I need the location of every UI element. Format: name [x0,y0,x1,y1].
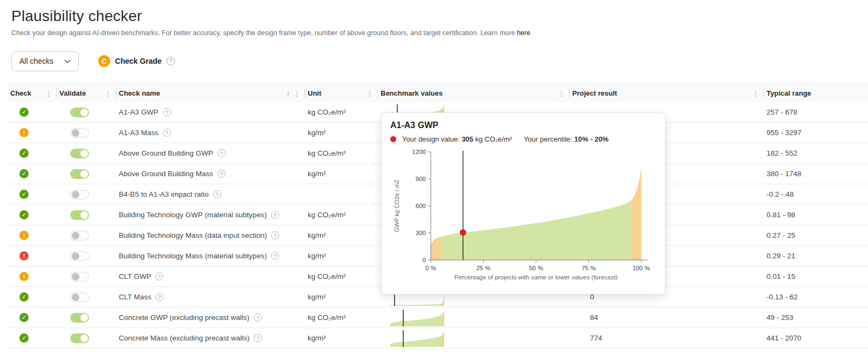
check-help-icon[interactable]: ? [254,334,262,342]
kebab-icon[interactable]: ⋮ [558,89,565,98]
status-warn-icon: ! [19,231,29,240]
unit-cell [305,184,378,204]
svg-text:300: 300 [416,230,426,236]
validate-toggle[interactable] [70,292,89,302]
column-header-check[interactable]: Check ⋮ [8,84,57,102]
unit-label: kg/m² [308,334,326,342]
unit-label: kg CO₂e/m² [308,313,346,322]
column-header-validate[interactable]: Validate ⋮ [57,84,116,102]
percentile-area-chart: 030060090012000 %25 %50 %75 %100 %Percen… [390,145,660,282]
unit-cell: kg/m² [305,287,378,307]
check-help-icon[interactable]: ? [271,231,279,239]
validate-cell [57,328,116,348]
typical-range-cell: -0.2 - 48 [764,184,868,204]
check-help-icon[interactable]: ? [271,252,279,260]
typical-range-value: 0.81 - 98 [767,211,795,219]
typical-range-value: 380 - 1748 [767,170,802,178]
check-help-icon[interactable]: ? [163,129,171,137]
validate-toggle[interactable] [70,108,89,117]
check-status-cell: ✓ [8,328,57,348]
benchmark-cell [378,307,569,327]
status-ok-icon: ✓ [19,313,29,322]
svg-text:25 %: 25 % [476,265,490,271]
unit-label: kg/m² [308,231,326,239]
validate-toggle[interactable] [70,251,89,261]
column-header-unit[interactable]: Unit ⋮ [305,84,378,102]
status-ok-icon: ✓ [19,292,29,302]
validate-toggle[interactable] [70,333,89,343]
check-help-icon[interactable]: ? [163,108,171,116]
validate-toggle[interactable] [70,313,89,323]
design-value: 305 [462,135,473,143]
check-name-label: Building Technology Mass (material subty… [119,252,267,260]
validate-toggle[interactable] [70,231,89,240]
check-help-icon[interactable]: ? [155,272,164,280]
table-row: ✓ Concrete Mass (excluding precast walls… [8,328,868,349]
checks-filter-dropdown[interactable]: All checks [11,51,79,71]
check-help-icon[interactable]: ? [271,211,279,219]
check-name-cell: Building Technology Mass (data input sec… [116,225,305,245]
status-error-icon: ! [19,251,29,260]
page-title: Plausibility checker [11,8,868,25]
check-help-icon[interactable]: ? [218,170,226,178]
svg-text:75 %: 75 % [581,265,595,271]
status-ok-icon: ✓ [19,108,29,117]
benchmark-detail-popup: A1-A3 GWP Your design value: 305 kg CO₂e… [381,112,666,295]
kebab-icon[interactable]: ⋮ [104,89,112,98]
benchmark-sparkline[interactable] [390,329,444,347]
table-row: ✓ Concrete GWP (excluding precast walls)… [8,307,868,328]
validate-cell [57,143,116,163]
check-help-icon[interactable]: ? [155,293,164,301]
chevron-down-icon [64,59,71,63]
svg-text:Percentage of projects with sa: Percentage of projects with same or lowe… [455,274,618,280]
column-header-check-name[interactable]: Check name ↑ ⋮ [116,84,305,102]
project-result-cell: 84 [569,307,764,327]
grade-label: Check Grade [115,57,161,65]
check-name-cell: Concrete GWP (excluding precast walls) ? [116,307,305,327]
sort-ascending-icon[interactable]: ↑ [287,89,290,97]
unit-label: kg/m² [308,252,326,260]
validate-toggle[interactable] [70,128,89,138]
validate-toggle[interactable] [70,149,89,158]
controls-bar: All checks C Check Grade ? [11,51,868,71]
typical-range-cell: 0.27 - 25 [764,225,868,245]
validate-cell [57,307,116,327]
popup-title: A1-A3 GWP [390,121,656,130]
unit-cell: kg/m² [305,164,378,184]
column-header-project-result[interactable]: Project result ⋮ [569,84,764,102]
kebab-icon[interactable]: ⋮ [752,89,760,98]
check-name-cell: B4-B5 to A1-A3 impact ratio ? [116,184,305,204]
check-help-icon[interactable]: ? [254,313,262,322]
learn-more-link[interactable]: here [517,29,530,37]
check-name-label: Building Technology GWP (material subtyp… [119,211,267,219]
validate-cell [57,102,116,122]
check-status-cell: ! [8,225,57,245]
kebab-icon[interactable]: ⋮ [45,89,52,98]
check-help-icon[interactable]: ? [213,190,221,198]
validate-toggle[interactable] [70,272,89,282]
validate-cell [57,266,116,286]
validate-toggle[interactable] [70,190,89,199]
benchmark-sparkline[interactable] [390,309,444,327]
check-name-label: Concrete Mass (excluding precast walls) [119,334,249,342]
typical-range-value: 955 - 3297 [767,129,802,137]
unit-cell: kg CO₂e/m² [305,143,378,163]
validate-cell [57,123,116,143]
check-help-icon[interactable]: ? [218,149,226,157]
check-name-cell: A1-A3 GWP ? [116,102,305,122]
unit-label: kg CO₂e/m² [308,149,346,157]
project-result-value: 84 [590,313,598,322]
typical-range-value: 49 - 253 [767,313,794,322]
grade-help-icon[interactable]: ? [166,57,175,65]
column-header-typical-range[interactable]: Typical range [764,84,868,102]
grade-badge: C [98,55,110,67]
validate-toggle[interactable] [70,169,89,179]
typical-range-value: 182 - 552 [767,149,797,157]
kebab-icon[interactable]: ⋮ [366,89,374,98]
typical-range-value: 441 - 2070 [767,334,802,342]
column-header-benchmark-values[interactable]: Benchmark values ⋮ [378,84,569,102]
typical-range-cell: 441 - 2070 [764,328,868,348]
kebab-icon[interactable]: ⋮ [293,89,301,98]
validate-toggle[interactable] [70,210,89,220]
status-ok-icon: ✓ [19,333,29,343]
